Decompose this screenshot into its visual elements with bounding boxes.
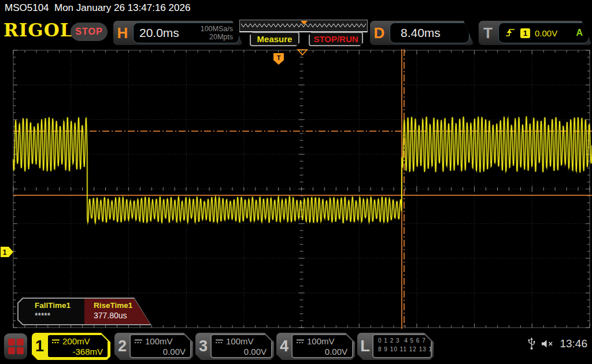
channel-offset: 0.00V [296, 347, 347, 356]
menu-grid-button[interactable] [4, 333, 27, 359]
channel-1-ground-marker[interactable]: 1 [1, 247, 13, 257]
trigger-source-badge: 1 [520, 28, 530, 38]
channel-scale: 200mV [62, 336, 90, 346]
logic-label: L [357, 333, 373, 360]
channel-1-badge[interactable]: 1 200mV -368mV [32, 333, 110, 360]
bottom-status-bar: 1 200mV -368mV 2 [0, 330, 592, 364]
channel-offset: 0.00V [134, 347, 186, 356]
waveform-display-area[interactable]: T1 FallTime1 ***** RiseTime1 377.80us [0, 47, 592, 330]
channel-4-badge[interactable]: 4 100mV 0.00V [276, 333, 355, 360]
channel-offset: -368mV [51, 347, 103, 356]
measurement-value: ***** [35, 311, 84, 320]
channel-number: 1 [32, 333, 47, 360]
dc-coupling-icon [215, 339, 224, 344]
run-state-badge: STOP [71, 23, 108, 41]
scope-graticule: T1 [0, 47, 592, 330]
delay-label: D [370, 21, 388, 45]
channel-scale: 100mV [226, 336, 254, 346]
delay-value: 8.40ms [396, 26, 441, 40]
titlebar: MSO5104 Mon January 26 13:47:16 2026 [0, 0, 592, 16]
rigol-logo: RIGOL [3, 20, 73, 40]
trigger-position-flag[interactable]: T [273, 53, 284, 65]
menu-grid-icon [8, 339, 23, 354]
dc-coupling-icon [134, 339, 143, 344]
sample-rate: 100MSa/s [201, 25, 233, 33]
channel-scale: 100mV [145, 336, 173, 346]
preview-zigzag-icon [240, 20, 367, 31]
channel-2-badge[interactable]: 2 100mV 0.00V [114, 333, 193, 360]
delay-settings-group[interactable]: D 8.40ms [370, 21, 474, 45]
system-clock: 13:46 [560, 337, 587, 350]
usb-icon [528, 337, 535, 350]
dc-coupling-icon [51, 339, 60, 344]
waveform-record-preview[interactable] [239, 20, 368, 32]
rising-edge-trigger-icon [505, 28, 516, 38]
channel-number: 3 [195, 333, 211, 360]
timebase-value: 20.0ms [139, 26, 179, 40]
oscilloscope-ui: MSO5104 Mon January 26 13:47:16 2026 RIG… [0, 0, 592, 364]
logic-channels-row1: 0 1 2 3 4 5 6 7 [378, 337, 431, 346]
measurement-falltime[interactable]: FallTime1 ***** [18, 299, 84, 324]
logic-channels-badge[interactable]: L 0 1 2 3 4 5 6 7 8 9 10 11 12 13 14 15 [357, 333, 434, 360]
memory-depth: 20Mpts [201, 33, 233, 41]
horizontal-settings-group[interactable]: H 20.0ms 100MSa/s 20Mpts [113, 21, 243, 45]
trigger-level-value: 0.00V [535, 28, 557, 38]
toolbar: RIGOL STOP H 20.0ms 100MSa/s 20Mpts Meas… [0, 16, 592, 47]
horizontal-label: H [113, 21, 132, 45]
measurement-panel[interactable]: FallTime1 ***** RiseTime1 377.80us [17, 298, 151, 325]
dc-coupling-icon [296, 339, 305, 344]
measure-button[interactable]: Measure [250, 32, 299, 46]
speaker-muted-icon [541, 339, 554, 348]
channel-number: 4 [276, 333, 292, 360]
svg-text:1: 1 [3, 248, 7, 257]
trigger-settings-group[interactable]: T 1 0.00V A [479, 21, 592, 45]
stop-run-button[interactable]: STOP/RUN [309, 32, 363, 46]
measurement-value: 377.80us [94, 311, 150, 320]
model-and-datetime: MSO5104 Mon January 26 13:47:16 2026 [5, 2, 190, 13]
logic-channels-row2: 8 9 10 11 12 13 14 15 [378, 346, 431, 354]
channel-scale: 100mV [307, 336, 335, 346]
measurement-label: FallTime1 [35, 301, 84, 310]
channel-number: 2 [114, 333, 130, 360]
trigger-sweep-mode: A [576, 28, 583, 38]
trigger-label: T [479, 21, 497, 45]
svg-text:T: T [277, 54, 281, 61]
channel-offset: 0.00V [215, 347, 267, 356]
channel-3-badge[interactable]: 3 100mV 0.00V [195, 333, 274, 360]
